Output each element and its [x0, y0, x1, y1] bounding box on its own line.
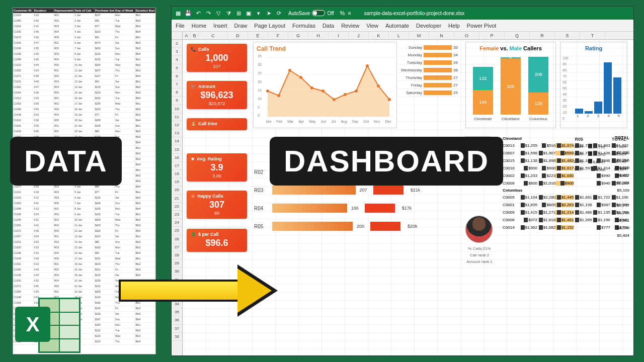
ribbon-tab-file[interactable]: File	[176, 23, 185, 29]
svg-text:30: 30	[258, 63, 262, 66]
kpi-calltime: ⏳ Call time	[187, 118, 247, 130]
filename-label: sample-data-excel-portfolio-project-done…	[364, 11, 465, 16]
ribbon-tab-view[interactable]: View	[366, 23, 378, 29]
ribbon-tab-home[interactable]: Home	[192, 23, 206, 29]
svg-text:10: 10	[258, 97, 262, 101]
svg-point-16	[299, 76, 302, 79]
border-icon[interactable]: ▣	[245, 10, 252, 17]
dropdown-icon[interactable]: ▾	[255, 10, 262, 17]
refresh-icon[interactable]: ⟳	[275, 10, 282, 17]
svg-point-18	[321, 89, 325, 93]
save-icon[interactable]: 💾	[185, 10, 192, 17]
svg-point-24	[388, 98, 391, 101]
kpi-happycalls: ☺ Happy Calls30760	[187, 191, 247, 219]
ribbon-tab-developer[interactable]: Developer	[416, 23, 441, 29]
ribbon-tab-page-layout[interactable]: Page Layout	[254, 23, 285, 29]
redo-icon[interactable]: ↷	[205, 10, 212, 17]
ribbon-tab-help[interactable]: Help	[448, 23, 460, 29]
weekday-bar-chart: Sunday30Monday34Tuesday26Wednesday38Thur…	[400, 44, 461, 97]
row-headers: 2345678910111213141516171819202122232425…	[172, 40, 183, 355]
svg-point-15	[288, 69, 291, 72]
svg-text:20: 20	[258, 80, 262, 83]
svg-point-19	[333, 98, 336, 101]
rep-slicer[interactable]: R04R05	[464, 136, 492, 160]
svg-point-14	[277, 94, 280, 97]
rank-text: % Calls:21%Call rank:2Amount rank:1	[458, 246, 501, 265]
svg-point-20	[344, 93, 347, 96]
kpi-percall: 💲 $ per Call$96.6	[187, 229, 247, 252]
quick-access-toolbar: ▦ 💾 ↶ ↷ ▽ ⧩ ⊞ ▣ ▾ ➤ ⟳	[175, 10, 282, 17]
ribbon-tab-draw[interactable]: Draw	[234, 23, 248, 29]
svg-point-17	[310, 86, 313, 89]
excel-window: ▦ 💾 ↶ ↷ ▽ ⧩ ⊞ ▣ ▾ ➤ ⟳ AutoSave Off % ≡ s…	[171, 6, 634, 356]
gender-chart: Female vs. Male Callers 1321446326206129…	[465, 42, 556, 128]
kpi-avgrating: ★ Avg. Rating3.93.86	[187, 153, 247, 182]
svg-text:15: 15	[258, 88, 262, 92]
clear-filter-icon[interactable]: ⧩	[225, 10, 232, 17]
kpi-calls: 📞 Calls1,000207	[187, 44, 247, 72]
dashboard-canvas: 📞 Calls1,000207🛒 Amount$96,623$20,872⏳ C…	[183, 40, 633, 355]
freeze-icon[interactable]: ⊞	[235, 10, 242, 17]
undo-icon[interactable]: ↶	[195, 10, 202, 17]
ribbon-tab-automate[interactable]: Automate	[385, 23, 409, 29]
ribbon-tab-data[interactable]: Data	[323, 23, 334, 29]
rep-bars: R02218$21kR03207$21kR04186$17kR05200$20k	[254, 163, 460, 235]
svg-point-22	[366, 64, 369, 67]
call-trend-chart: Call Trend 35302520151050 JanFebMarAprMa…	[253, 42, 397, 128]
svg-point-23	[377, 84, 380, 87]
autosave-toggle[interactable]: AutoSave Off	[288, 10, 334, 16]
cursor-icon[interactable]: ➤	[265, 10, 272, 17]
kpi-amount: 🛒 Amount$96,623$20,872	[187, 81, 247, 109]
svg-text:25: 25	[258, 71, 262, 75]
rep-avatar	[465, 216, 493, 243]
filter-icon[interactable]: ▽	[215, 10, 222, 17]
svg-text:35: 35	[258, 54, 262, 58]
totals-column: TOTAL $7,230$7,216$6,518$6,422$5,034$5,1…	[604, 135, 629, 241]
list-icon[interactable]: ≡	[348, 10, 351, 16]
ribbon-tab-insert[interactable]: Insert	[213, 23, 227, 29]
svg-text:0: 0	[258, 114, 260, 117]
rating-chart: Rating 1009080706050403020100 12345	[560, 42, 627, 128]
ribbon-tab-formulas[interactable]: Formulas	[292, 23, 315, 29]
percent-icon[interactable]: %	[340, 10, 345, 16]
grid-icon[interactable]: ▦	[175, 10, 182, 17]
svg-text:5: 5	[258, 106, 260, 109]
svg-point-13	[266, 89, 269, 93]
column-headers: ABCDEFGHIJKLMNOPQRST	[172, 32, 633, 40]
ribbon-tabs: FileHomeInsertDrawPage LayoutFormulasDat…	[172, 20, 633, 32]
titlebar: ▦ 💾 ↶ ↷ ▽ ⧩ ⊞ ▣ ▾ ➤ ⟳ AutoSave Off % ≡ s…	[172, 7, 633, 20]
ribbon-tab-power-pivot[interactable]: Power Pivot	[467, 23, 497, 29]
excel-logo-icon: X	[15, 298, 80, 353]
ribbon-tab-review[interactable]: Review	[341, 23, 359, 29]
svg-point-21	[355, 89, 358, 93]
